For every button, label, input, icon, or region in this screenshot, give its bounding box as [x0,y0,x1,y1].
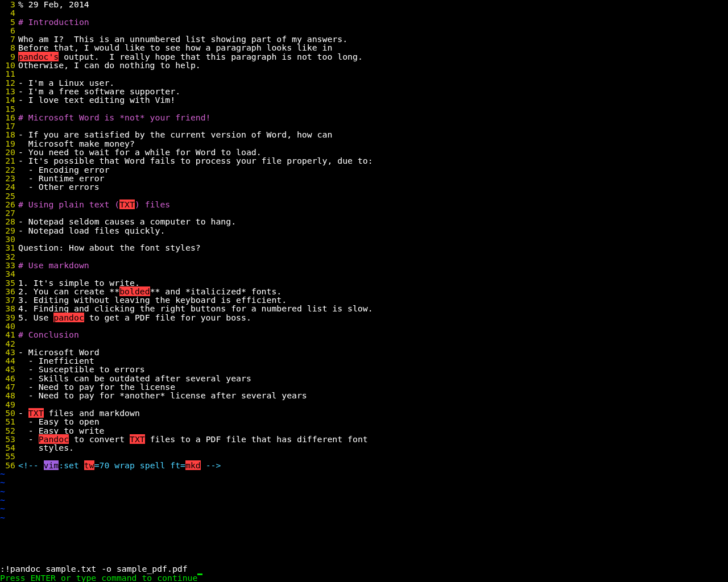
line-content[interactable]: - You need to wait for a while for Word … [16,148,262,156]
line-content[interactable]: - Need to pay for the license [16,383,175,391]
line-content[interactable]: Before that, I would like to see how a p… [16,43,332,52]
line-content[interactable]: 4. Finding and clicking the right button… [16,304,373,313]
code-line[interactable]: 31Question: How about the font styles? [0,243,728,252]
line-content[interactable]: - If you are satisfied by the current ve… [16,130,332,139]
line-content[interactable]: - Runtime error [16,174,104,182]
code-line[interactable]: 362. You can create **bolded** and *ital… [0,287,728,296]
line-content[interactable]: # Microsoft Word is *not* your friend! [16,113,211,122]
line-content[interactable]: # Use markdown [16,261,89,269]
line-content[interactable]: 3. Editing without leaving the keyboard … [16,296,287,304]
line-content[interactable]: - It's possible that Word fails to proce… [16,156,373,165]
line-content[interactable]: Question: How about the font styles? [16,243,201,252]
code-line[interactable]: 32 [0,252,728,261]
line-content[interactable] [16,192,18,200]
line-content[interactable] [16,26,18,35]
code-line[interactable]: 30 [0,235,728,243]
line-content[interactable]: % 29 Feb, 2014 [16,0,89,9]
code-line[interactable]: 17 [0,122,728,130]
line-content[interactable] [16,269,18,278]
code-line[interactable]: 7Who am I? This is an unnumbered list sh… [0,35,728,43]
code-line[interactable]: 50- TXT files and markdown [0,409,728,417]
code-line[interactable]: 29- Notepad load files quickly. [0,226,728,235]
line-content[interactable]: - Easy to write [16,426,104,435]
code-line[interactable]: 40 [0,322,728,330]
line-content[interactable] [16,339,18,348]
press-enter-prompt[interactable]: Press ENTER or type command to continue [0,573,728,582]
code-line[interactable]: 22 - Encoding error [0,165,728,174]
line-content[interactable] [16,452,18,460]
code-line[interactable]: 41# Conclusion [0,330,728,339]
code-line[interactable]: 46 - Skills can be outdated after severa… [0,374,728,383]
line-content[interactable] [16,235,18,243]
code-line[interactable]: 56<!-- vim:set tw=70 wrap spell ft=mkd -… [0,461,728,469]
line-content[interactable]: - Need to pay for *another* license afte… [16,391,307,400]
code-line[interactable]: 44 - Inefficient [0,356,728,365]
code-line[interactable]: 49 [0,400,728,409]
code-line[interactable]: 54 styles. [0,443,728,452]
code-line[interactable]: 20- You need to wait for a while for Wor… [0,148,728,156]
code-line[interactable]: 47 - Need to pay for the license [0,383,728,391]
line-content[interactable]: 5. Use pandoc to get a PDF file for your… [16,313,251,322]
code-line[interactable]: 3% 29 Feb, 2014 [0,0,728,9]
line-content[interactable]: - I love text editing with Vim! [16,95,175,104]
code-line[interactable]: 16# Microsoft Word is *not* your friend! [0,113,728,122]
code-line[interactable]: 5# Introduction [0,18,728,26]
line-content[interactable]: # Using plain text (TXT) files [16,200,170,209]
line-content[interactable]: - Microsoft Word [16,348,100,356]
code-line[interactable]: 33# Use markdown [0,261,728,269]
code-line[interactable]: 9pandoc's output. I really hope that thi… [0,52,728,61]
code-line[interactable]: 6 [0,26,728,35]
code-line[interactable]: 395. Use pandoc to get a PDF file for yo… [0,313,728,322]
code-line[interactable]: 26# Using plain text (TXT) files [0,200,728,209]
buffer-area[interactable]: 3% 29 Feb, 201445# Introduction67Who am … [0,0,728,522]
code-line[interactable]: 18- If you are satisfied by the current … [0,130,728,139]
line-content[interactable]: - I'm a free software supporter. [16,87,180,95]
line-content[interactable]: # Introduction [16,18,89,26]
line-content[interactable]: Otherwise, I can do nothing to help. [16,61,201,69]
line-content[interactable] [16,9,18,17]
code-line[interactable]: 48 - Need to pay for *another* license a… [0,391,728,400]
line-content[interactable]: - Notepad seldom causes a computer to ha… [16,217,236,226]
code-line[interactable]: 25 [0,192,728,200]
code-line[interactable]: 8Before that, I would like to see how a … [0,43,728,52]
code-line[interactable]: 24 - Other errors [0,182,728,191]
line-content[interactable] [16,252,18,261]
code-line[interactable]: 19 Microsoft make money? [0,139,728,148]
code-line[interactable]: 384. Finding and clicking the right butt… [0,304,728,313]
line-content[interactable]: - Pandoc to convert TXT files to a PDF f… [16,435,368,443]
code-line[interactable]: 43- Microsoft Word [0,348,728,356]
code-line[interactable]: 42 [0,339,728,348]
code-line[interactable]: 10Otherwise, I can do nothing to help. [0,61,728,69]
line-content[interactable] [16,69,18,78]
line-content[interactable]: <!-- vim:set tw=70 wrap spell ft=mkd --> [16,461,221,469]
code-line[interactable]: 13- I'm a free software supporter. [0,87,728,95]
code-line[interactable]: 23 - Runtime error [0,174,728,182]
line-content[interactable]: - Other errors [16,182,100,191]
code-line[interactable]: 4 [0,9,728,17]
line-content[interactable] [16,122,18,130]
line-content[interactable]: - Notepad load files quickly. [16,226,165,235]
code-line[interactable]: 351. It's simple to write. [0,278,728,287]
line-content[interactable]: - TXT files and markdown [16,409,140,417]
line-content[interactable] [16,105,18,113]
line-content[interactable]: 1. It's simple to write. [16,278,140,287]
code-line[interactable]: 28- Notepad seldom causes a computer to … [0,217,728,226]
line-content[interactable]: 2. You can create **bolded** and *italic… [16,287,282,296]
line-content[interactable]: Who am I? This is an unnumbered list sho… [16,35,348,43]
line-content[interactable]: # Conclusion [16,330,79,339]
vim-editor[interactable]: 3% 29 Feb, 201445# Introduction67Who am … [0,0,728,582]
command-area[interactable]: :!pandoc sample.txt -o sample_pdf.pdfPre… [0,556,728,582]
code-line[interactable]: 373. Editing without leaving the keyboar… [0,296,728,304]
line-content[interactable]: - Inefficient [16,356,94,365]
line-content[interactable] [16,322,18,330]
line-content[interactable]: - Susceptible to errors [16,365,145,373]
line-content[interactable]: styles. [16,443,74,452]
code-line[interactable]: 45 - Susceptible to errors [0,365,728,373]
code-line[interactable]: 12- I'm a Linux user. [0,78,728,87]
line-content[interactable]: Microsoft make money? [16,139,135,148]
line-content[interactable]: - Skills can be outdated after several y… [16,374,251,383]
line-content[interactable] [16,400,18,409]
code-line[interactable]: 27 [0,209,728,217]
code-line[interactable]: 51 - Easy to open [0,417,728,426]
ex-command-line[interactable]: :!pandoc sample.txt -o sample_pdf.pdf [0,564,728,573]
